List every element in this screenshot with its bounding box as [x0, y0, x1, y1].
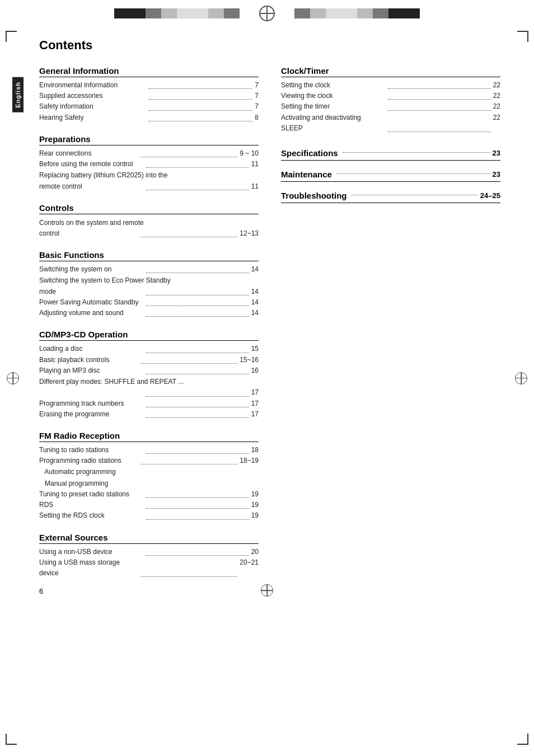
- top-crosshair: [259, 6, 275, 21]
- page-number: 6: [39, 587, 43, 595]
- section-troubleshooting: Troubleshooting 24–25: [281, 187, 500, 203]
- page-number-maintenance: 23: [493, 170, 500, 179]
- list-item: Setting the RDS clock 19: [39, 510, 259, 521]
- list-item: Rear connections 9 ~ 10: [39, 148, 259, 159]
- list-item: Different play modes: SHUFFLE and REPEAT…: [39, 376, 259, 387]
- list-item: Activating and deactivating SLEEP 22: [281, 112, 500, 134]
- list-item: Viewing the clock 22: [281, 91, 500, 101]
- section-title-external-sources: External Sources: [39, 533, 259, 544]
- list-item: Using a non-USB device 20: [39, 547, 259, 557]
- list-item: Programming track numbers 17: [39, 398, 259, 409]
- list-item: Setting the clock 22: [281, 80, 500, 91]
- section-specifications: Specifications 23: [281, 145, 500, 161]
- section-title-preparations: Preparations: [39, 134, 259, 145]
- page-number-troubleshooting: 24–25: [480, 191, 500, 200]
- list-item: Playing an MP3 disc 16: [39, 365, 259, 376]
- top-decoration-bar: [0, 0, 534, 27]
- section-title-cd-mp3: CD/MP3-CD Operation: [39, 330, 259, 341]
- list-item: Adjusting volume and sound 14: [39, 308, 259, 318]
- list-item: Tuning to preset radio stations 19: [39, 489, 259, 500]
- list-item: Erasing the programme 17: [39, 409, 259, 420]
- section-title-specifications: Specifications: [281, 148, 338, 158]
- section-cd-mp3: CD/MP3-CD Operation Loading a disc 15 Ba…: [39, 330, 259, 420]
- toc-columns: General Information Environmental Inform…: [39, 66, 500, 590]
- corner-mark-bottom-left: [6, 734, 17, 745]
- list-item: Switching the system on 14: [39, 264, 259, 275]
- list-item: Loading a disc 15: [39, 344, 259, 354]
- section-fm-radio: FM Radio Reception Tuning to radio stati…: [39, 431, 259, 522]
- section-title-general-information: General Information: [39, 66, 259, 77]
- section-preparations: Preparations Rear connections 9 ~ 10 Bef…: [39, 134, 259, 192]
- bottom-crosshair: [261, 584, 273, 597]
- list-item: Setting the timer 22: [281, 101, 500, 112]
- list-item: Supplied accessories 7: [39, 91, 259, 101]
- section-title-troubleshooting: Troubleshooting: [281, 191, 347, 200]
- list-item: Automatic programming: [39, 466, 259, 477]
- list-item: control 12~13: [39, 228, 259, 239]
- section-title-clock-timer: Clock/Timer: [281, 66, 500, 77]
- list-item: Power Saving Automatic Standby 14: [39, 297, 259, 308]
- list-item: 17: [39, 387, 259, 398]
- main-content: English Contents General Information Env…: [0, 32, 534, 612]
- list-item: Environmental Information 7: [39, 80, 259, 91]
- list-item: Safety information 7: [39, 101, 259, 112]
- list-item: Replacing battery (lithium CR2025) into …: [39, 170, 259, 181]
- section-external-sources: External Sources Using a non-USB device …: [39, 533, 259, 579]
- section-general-information: General Information Environmental Inform…: [39, 66, 259, 123]
- section-title-controls: Controls: [39, 203, 259, 214]
- page-number-specifications: 23: [493, 149, 500, 157]
- corner-mark-bottom-right: [517, 734, 528, 745]
- section-title-maintenance: Maintenance: [281, 170, 332, 179]
- list-item: Before using the remote control 11: [39, 159, 259, 170]
- list-item: mode 14: [39, 287, 259, 297]
- section-controls: Controls Controls on the system and remo…: [39, 203, 259, 240]
- list-item: Switching the system to Eco Power Standb…: [39, 275, 259, 286]
- section-clock-timer: Clock/Timer Setting the clock 22 Viewing…: [281, 66, 500, 134]
- page-title: Contents: [39, 38, 500, 56]
- list-item: Manual programming: [39, 478, 259, 489]
- list-item: Using a USB mass storage device 20~21: [39, 557, 259, 579]
- toc-right-column: Clock/Timer Setting the clock 22 Viewing…: [281, 66, 500, 590]
- toc-left-column: General Information Environmental Inform…: [39, 66, 259, 590]
- list-item: Tuning to radio stations 18: [39, 445, 259, 456]
- list-item: Controls on the system and remote: [39, 217, 259, 228]
- list-item: RDS 19: [39, 500, 259, 510]
- list-item: Basic playback controls 15~16: [39, 355, 259, 365]
- language-tab: English: [12, 77, 24, 112]
- section-title-fm-radio: FM Radio Reception: [39, 431, 259, 442]
- list-item: Hearing Safety 8: [39, 112, 259, 123]
- list-item: remote control 11: [39, 181, 259, 192]
- list-item: Programming radio stations 18~19: [39, 456, 259, 466]
- section-title-basic-functions: Basic Functions: [39, 250, 259, 261]
- section-maintenance: Maintenance 23: [281, 166, 500, 182]
- section-basic-functions: Basic Functions Switching the system on …: [39, 250, 259, 318]
